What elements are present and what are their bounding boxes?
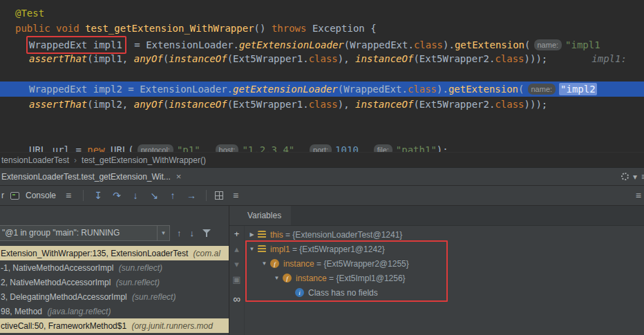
tab-variables[interactable]: Variables [229, 206, 291, 225]
step-into-icon[interactable]: ↓ [129, 189, 142, 202]
layout-settings-icon[interactable]: ≡ [62, 189, 75, 202]
evaluate-expression-icon[interactable]: ∞ [233, 294, 240, 305]
variable-row[interactable]: ▶this = {ExtensionLoaderTest@1241} [245, 227, 644, 242]
code-token: instanceOf [169, 53, 227, 64]
view-as-grid-icon[interactable] [215, 191, 223, 200]
settings-gear-icon[interactable] [621, 173, 629, 180]
code-token: = ExtensionLoader. [129, 39, 239, 50]
code-token: (Ext5Wrapper2. [413, 53, 495, 64]
frame-location: 98, Method [1, 307, 44, 316]
code-token: "p1" [177, 144, 200, 152]
debugger-tab-clipped[interactable]: r [1, 191, 4, 200]
variables-body: +▴▾▣∞ ▶this = {ExtensionLoaderTest@1241}… [229, 226, 644, 335]
thread-selector-value: "@1 in group "main": RUNNING [2, 228, 120, 238]
code-token: public void [15, 23, 85, 34]
variable-row[interactable]: ▼finstance = {Ext5Wrapper2@1255} [245, 256, 644, 271]
execution-line: WrappedExt impl2 = ExtensionLoader.getEx… [0, 82, 644, 97]
copy-value-icon[interactable]: ▣ [232, 274, 240, 285]
chevron-down-icon[interactable]: ▾ [633, 172, 637, 182]
close-icon[interactable]: × [176, 171, 182, 182]
stack-frame-row[interactable]: ctiveCall:50, FrameworkMethod$1 (org.jun… [0, 318, 229, 333]
debug-session-tab[interactable]: ExtensionLoaderTest.test_getExtension_Wi… [0, 168, 187, 185]
code-line: URL url = new URL(protocol:"p1", host:"1… [0, 142, 644, 152]
stack-frame-row[interactable]: 98, Method (java.lang.reflect) [0, 304, 229, 318]
step-over-icon[interactable]: ↷ [111, 189, 123, 202]
tab-console[interactable]: Console [26, 191, 56, 200]
code-token: "1.2.3.4" [242, 144, 294, 152]
code-token: (WrappedExt. [344, 39, 414, 50]
code-token: getExtension [448, 84, 518, 95]
code-token: , [200, 144, 212, 152]
code-token: anyOf [134, 99, 163, 110]
run-to-cursor-icon[interactable]: → [185, 189, 198, 202]
frame-location: ctiveCall:50, FrameworkMethod$1 [1, 321, 129, 331]
code-token: (WrappedExt. [338, 84, 408, 95]
code-token: class [309, 53, 338, 64]
tree-collapse-arrow-icon[interactable]: ▼ [272, 275, 281, 281]
tree-collapse-arrow-icon[interactable]: ▼ [260, 260, 269, 267]
variable-row[interactable]: ▼finstance = {Ext5Impl1@1256} [245, 271, 644, 285]
code-token: URL( [111, 144, 134, 152]
debug-toolbar-icons: ≡↧↷↓↘↑→≡ [62, 189, 242, 202]
code-token: Exception { [312, 23, 377, 34]
code-token: ( [524, 39, 530, 50]
next-frame-icon[interactable]: ↓ [190, 228, 195, 238]
code-line [0, 127, 644, 142]
breadcrumb-separator: › [74, 155, 77, 165]
code-token: impl1: [591, 53, 627, 64]
frames-panel: "@1 in group "main": RUNNING ▼ ↑↓ Extens… [0, 206, 229, 335]
field-icon: f [283, 274, 292, 283]
stack-frame-row[interactable]: 2, NativeMethodAccessorImpl (sun.reflect… [0, 275, 229, 289]
breadcrumb-item[interactable]: test_getExtension_WithWrapper() [82, 155, 206, 165]
frame-package: (com.al [193, 249, 220, 258]
toolbar-more-icon[interactable]: ≡ [636, 190, 641, 201]
tree-collapse-arrow-icon[interactable]: ▼ [247, 246, 256, 252]
stack-frame-row[interactable]: 3, DelegatingMethodAccessorImpl (sun.ref… [0, 289, 229, 304]
panel-options-icon[interactable]: ≡ [641, 172, 644, 182]
frame-location: -1, NativeMethodAccessorImpl [1, 263, 116, 273]
thread-selector-dropdown[interactable]: "@1 in group "main": RUNNING ▼ [0, 225, 170, 241]
code-token: getExtensionLoader [233, 84, 338, 95]
toolbar-separator [206, 190, 207, 201]
stack-frame-row[interactable]: -1, NativeMethodAccessorImpl (sun.reflec… [0, 260, 229, 275]
frame-location: 2, NativeMethodAccessorImpl [1, 278, 113, 287]
code-token: , [294, 144, 306, 152]
info-icon: i [295, 288, 304, 297]
threads-view-icon[interactable]: ≡ [229, 189, 242, 202]
frames-list: Extension_WithWrapper:135, ExtensionLoad… [0, 246, 229, 335]
variable-name: instance [296, 274, 327, 283]
expand-all-icon[interactable]: ▾ [234, 259, 239, 270]
chevron-down-icon[interactable]: ▼ [157, 226, 169, 240]
code-token: @Test [15, 8, 44, 19]
tree-expand-arrow-icon[interactable]: ▶ [247, 231, 256, 238]
step-out-icon[interactable]: ↑ [167, 189, 179, 202]
ide-window: @Testpublic void test_getExtension_WithW… [0, 0, 644, 335]
code-line: WrappedExt impl1 = ExtensionLoader.getEx… [0, 36, 644, 51]
tool-window-controls: ▾≡ [621, 172, 644, 182]
force-step-into-icon[interactable]: ↘ [148, 189, 160, 202]
filter-frames-icon[interactable] [202, 229, 211, 238]
variable-row[interactable]: ▼impl1 = {Ext5Wrapper1@1242} [245, 242, 644, 256]
breadcrumb: tensionLoaderTest›test_getExtension_With… [0, 152, 644, 167]
code-token: class [495, 53, 524, 64]
add-watch-icon[interactable]: + [234, 229, 240, 240]
code-token: "impl2 [559, 83, 597, 95]
parameter-hint: protocol: [138, 144, 173, 152]
frame-package: (sun.reflect) [119, 263, 162, 273]
code-token: assertThat [29, 99, 87, 110]
code-token: ). [437, 84, 448, 95]
collapse-all-icon[interactable]: ▴ [234, 244, 239, 255]
toolbar-separator [83, 190, 84, 201]
variable-icon [258, 231, 266, 238]
variables-toolbar: +▴▾▣∞ [229, 226, 245, 335]
code-token: () [254, 23, 272, 34]
variables-header: Variables [229, 206, 644, 226]
stack-frame-row[interactable]: Extension_WithWrapper:135, ExtensionLoad… [0, 246, 229, 260]
show-execution-point-icon[interactable]: ↧ [92, 189, 104, 202]
breadcrumb-item[interactable]: tensionLoaderTest [1, 155, 69, 165]
variable-name: impl1 [270, 245, 290, 254]
debug-tool-window-bar: ExtensionLoaderTest.test_getExtension_Wi… [0, 167, 644, 185]
previous-frame-icon[interactable]: ↑ [177, 228, 182, 238]
code-editor[interactable]: @Testpublic void test_getExtension_WithW… [0, 0, 644, 152]
variable-row[interactable]: iClass has no fields [245, 285, 644, 300]
